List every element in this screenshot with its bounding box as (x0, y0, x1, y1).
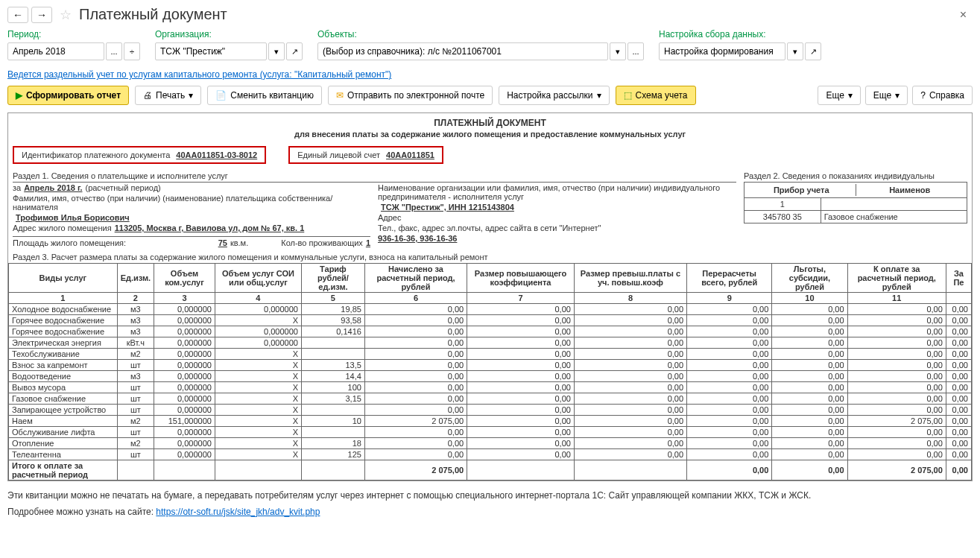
objects-dropdown-btn[interactable]: ▾ (610, 42, 626, 60)
org-label: Организация: (155, 29, 303, 39)
close-button[interactable]: × (954, 8, 973, 22)
table-row: Вывоз мусорашт0,000000Х1000,000,000,000,… (9, 382, 972, 393)
table-row: Запирающее устройствошт0,000000Х0,000,00… (9, 405, 972, 416)
org-dropdown-btn[interactable]: ▾ (268, 42, 285, 60)
period-select-btn[interactable]: ... (106, 42, 122, 60)
print-button[interactable]: Печать▾ (135, 86, 201, 105)
footnote: Эти квитанции можно не печатать на бумаг… (0, 481, 980, 505)
footnote-link[interactable]: https://otr-soft.ru/jsk/site_jkh/adv_kvi… (156, 507, 320, 517)
period-clear-btn[interactable]: ÷ (124, 42, 140, 60)
change-receipt-button[interactable]: Сменить квитанцию (207, 86, 322, 105)
period-label: Период: (7, 29, 140, 39)
document-icon (215, 90, 227, 101)
cap-repair-link[interactable]: Ведется раздельный учет по услугам капит… (7, 69, 391, 80)
settings-label: Настройка сбора данных: (659, 29, 821, 39)
back-button[interactable]: ← (7, 7, 28, 23)
forward-button[interactable]: → (31, 7, 52, 23)
table-row: Взнос за капремонтшт0,000000Х13,50,000,0… (9, 360, 972, 371)
favorite-icon[interactable]: ☆ (60, 7, 72, 23)
table-row: Горячее водоснабжением30,0000000,0000000… (9, 326, 972, 337)
totals-row: Итого к оплате за расчетный период2 075,… (9, 460, 972, 481)
table-row: Техобслуживанием20,000000Х0,000,000,000,… (9, 349, 972, 360)
help-button[interactable]: ?Справка (912, 86, 973, 105)
table-row: Горячее водоснабжением30,000000Х93,580,0… (9, 315, 972, 326)
document-preview: ПЛАТЕЖНЫЙ ДОКУМЕНТ для внесения платы за… (7, 112, 973, 481)
doc-subheader: для внесения платы за содержание жилого … (8, 130, 972, 143)
table-row: Газовое снабжениешт0,000000Х3,150,000,00… (9, 393, 972, 405)
mail-icon (336, 90, 344, 101)
more-button-2[interactable]: Еще▾ (865, 86, 908, 105)
play-icon: ▶ (16, 90, 22, 101)
objects-input[interactable] (317, 42, 608, 60)
page-title: Платежный документ (79, 6, 227, 23)
help-icon: ? (920, 90, 926, 101)
table-row: Холодное водоснабжением30,0000000,000000… (9, 304, 972, 315)
generate-report-button[interactable]: ▶Сформировать отчет (7, 86, 129, 105)
account-box: Единый лицевой счет40АА011851 (288, 146, 443, 164)
services-table: Виды услугЕд.изм.Объем ком.услугОбъем ус… (8, 263, 972, 481)
table-row: Обслуживание лифташт0,000000Х0,000,000,0… (9, 427, 972, 438)
table-row: Телеантеннашт0,000000Х1250,000,000,000,0… (9, 449, 972, 460)
table-row: Отоплением20,000000Х180,000,000,000,000,… (9, 438, 972, 449)
send-email-button[interactable]: Отправить по электронной почте (328, 86, 493, 105)
section1-title: Раздел 1. Сведения о плательщике и испол… (13, 170, 736, 182)
doc-id-box: Идентификатор платежного документа40АА01… (13, 146, 266, 164)
period-input[interactable] (7, 42, 104, 60)
scheme-icon: ⬚ (624, 90, 632, 101)
more-button-1[interactable]: Еще▾ (818, 86, 860, 105)
mailing-settings-button[interactable]: Настройка рассылки▾ (499, 86, 609, 105)
section2-title: Раздел 2. Сведения о показаниях индивиду… (744, 170, 967, 182)
settings-open-btn[interactable]: ↗ (805, 42, 821, 60)
settings-input[interactable] (659, 42, 785, 60)
print-icon (143, 90, 152, 101)
section3-title: Раздел 3. Расчет размера платы за содерж… (8, 248, 972, 263)
accounting-scheme-button[interactable]: ⬚Схема учета (616, 86, 696, 105)
objects-select-btn[interactable]: ... (627, 42, 644, 60)
table-row: Электрическая энергиякВт.ч0,0000000,0000… (9, 337, 972, 349)
table-row: Наемм2151,000000Х102 075,000,000,000,000… (9, 416, 972, 427)
settings-dropdown-btn[interactable]: ▾ (787, 42, 803, 60)
objects-label: Объекты: (317, 29, 644, 39)
table-row: Водоотведением30,000000Х14,40,000,000,00… (9, 371, 972, 382)
doc-header: ПЛАТЕЖНЫЙ ДОКУМЕНТ (8, 113, 972, 130)
org-input[interactable] (155, 42, 267, 60)
org-open-btn[interactable]: ↗ (286, 42, 303, 60)
